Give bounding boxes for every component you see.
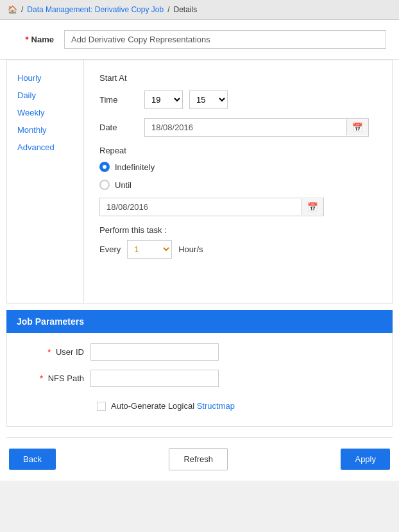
every-label: Every	[99, 245, 121, 254]
auto-generate-label: Auto-Generate Logical Structmap	[111, 401, 235, 411]
until-date-input-wrap: 📅	[99, 198, 324, 216]
schedule-nav-monthly[interactable]: Monthly	[17, 125, 73, 135]
radio-indefinitely-label: Indefinitely	[115, 162, 155, 172]
time-minute-select[interactable]: 15	[189, 90, 228, 109]
user-id-label: * User ID	[20, 347, 84, 357]
date-row: Date 📅	[99, 118, 377, 137]
name-row: *Name	[0, 20, 399, 60]
user-id-required: *	[47, 347, 51, 357]
schedule-nav-advanced[interactable]: Advanced	[17, 142, 73, 152]
structmap-link[interactable]: Structmap	[197, 401, 235, 411]
nfs-path-label: * NFS Path	[20, 373, 84, 383]
date-input[interactable]	[145, 119, 346, 136]
start-at-label: Start At	[99, 73, 377, 83]
auto-generate-checkbox[interactable]	[97, 402, 106, 411]
until-calendar-icon-button[interactable]: 📅	[301, 199, 323, 215]
radio-until[interactable]	[99, 180, 110, 190]
job-params-header: Job Parameters	[6, 310, 393, 333]
schedule-nav-daily[interactable]: Daily	[17, 90, 73, 100]
radio-until-label: Until	[115, 180, 132, 190]
schedule-nav-hourly[interactable]: Hourly	[17, 73, 73, 83]
radio-indefinitely[interactable]	[99, 162, 110, 172]
date-label: Date	[99, 123, 138, 132]
name-required-star: *	[26, 35, 29, 44]
until-date-row: 📅	[99, 198, 377, 216]
breadcrumb: 🏠 / Data Management: Derivative Copy Job…	[0, 0, 399, 20]
time-label: Time	[99, 95, 138, 105]
calendar-icon-button[interactable]: 📅	[346, 119, 368, 135]
job-params-body: * User ID * NFS Path Auto-Generate Logic…	[6, 333, 393, 427]
breadcrumb-sep: /	[21, 5, 23, 14]
apply-button[interactable]: Apply	[341, 449, 390, 470]
footer: Back Refresh Apply	[0, 438, 399, 481]
hours-label: Hour/s	[178, 245, 203, 254]
nfs-path-required: *	[40, 373, 43, 383]
schedule-nav-weekly[interactable]: Weekly	[17, 108, 73, 117]
radio-until-row: Until	[99, 180, 377, 190]
breadcrumb-sep2: /	[167, 5, 169, 14]
schedule-form: Start At Time 19 15 Date 📅	[84, 60, 392, 303]
checkbox-row: Auto-Generate Logical Structmap	[20, 396, 379, 416]
every-row: Every 1 Hour/s	[99, 240, 377, 259]
until-date-input[interactable]	[100, 198, 301, 216]
nfs-path-row: * NFS Path	[20, 370, 379, 387]
repeat-section: Repeat Indefinitely Until 📅	[99, 146, 377, 216]
perform-label: Perform this task :	[99, 225, 377, 235]
every-select[interactable]: 1	[127, 240, 172, 259]
date-input-wrap: 📅	[144, 118, 369, 137]
time-row: Time 19 15	[99, 90, 377, 109]
breadcrumb-link-data-management[interactable]: Data Management: Derivative Copy Job	[27, 5, 164, 14]
name-label: *Name	[13, 35, 64, 44]
repeat-label: Repeat	[99, 146, 377, 155]
breadcrumb-current: Details	[173, 5, 197, 14]
perform-section: Perform this task : Every 1 Hour/s	[99, 225, 377, 259]
name-input[interactable]	[64, 30, 386, 49]
radio-indefinitely-row: Indefinitely	[99, 162, 377, 172]
user-id-input[interactable]	[90, 343, 219, 361]
refresh-button[interactable]: Refresh	[169, 448, 228, 470]
back-button[interactable]: Back	[9, 449, 56, 470]
time-hour-select[interactable]: 19	[144, 90, 183, 109]
nfs-path-input[interactable]	[90, 370, 219, 387]
main-content: *Name Hourly Daily Weekly Monthly Advanc…	[0, 20, 399, 481]
user-id-row: * User ID	[20, 343, 379, 361]
home-icon[interactable]: 🏠	[8, 5, 17, 14]
schedule-nav: Hourly Daily Weekly Monthly Advanced	[7, 60, 84, 303]
schedule-section: Hourly Daily Weekly Monthly Advanced Sta…	[6, 60, 393, 304]
